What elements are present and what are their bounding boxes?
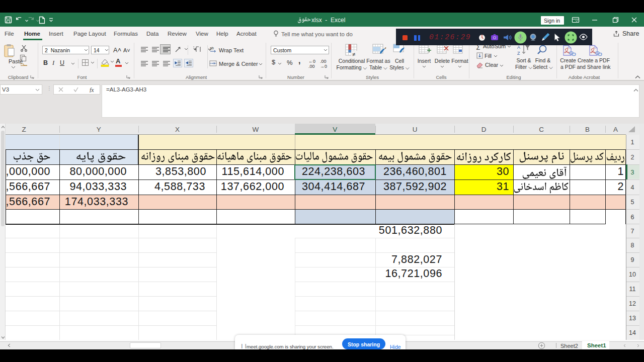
- svg-text:ab: ab: [210, 46, 214, 50]
- svg-text:A: A: [517, 45, 520, 50]
- svg-text:fx: fx: [90, 87, 94, 93]
- svg-text:Z: Z: [517, 51, 520, 56]
- svg-text:≠: ≠: [352, 51, 355, 57]
